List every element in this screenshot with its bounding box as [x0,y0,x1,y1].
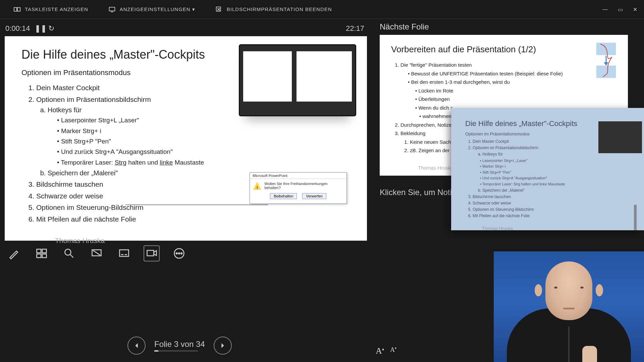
subtitle-icon [118,247,130,259]
grid-icon [36,247,48,259]
slide-counter-text: Folie 3 von 34 [154,340,205,349]
webcam-feed[interactable] [494,251,644,362]
top-command-bar: TASKLEISTE ANZEIGEN ANZEIGEEINSTELLUNGEN… [0,0,644,19]
reset-timer-button[interactable]: ↻ [47,24,55,33]
t: Bei den ersten 1-3 mal durchgehen, wirst… [411,79,509,85]
display-settings-icon [108,6,116,13]
t: Maustaste [173,159,204,166]
window-controls: — ▭ ✕ [602,0,637,19]
previous-slide-button[interactable] [127,337,146,355]
blackout-icon [91,247,103,259]
ellipsis-icon [173,247,185,259]
t: A [390,346,395,353]
presenter-right-pane: Nächste Folie Vorbereiten auf die Präsen… [372,19,644,362]
hotkey-item: Und zurück Strg+A "Ausgangssituation" [57,147,350,157]
pause-timer-button[interactable]: ❚❚ [35,24,43,33]
camera-feed-projection: Die Hilfe deines „Master"-Cockpits Optio… [451,108,644,230]
display-settings-label: ANZEIGEEINSTELLUNGEN ▾ [120,6,195,12]
list-item: Schwarze oder weise [473,200,636,206]
corner-graphic-icon [593,40,619,80]
outline-text: Optionen im Präsentationsbildschirm [36,96,151,103]
taskbar-icon [13,6,21,13]
display-settings-button[interactable]: ANZEIGEEINSTELLUNGEN ▾ [108,6,195,13]
list-item: Optionen im Steuerung-Bildschirm [473,206,636,213]
dialog-keep-button: Beibehalten [270,193,297,199]
hotkey-list: Laserpointer Strg+L „Laser" Marker Strg+… [57,115,350,167]
outline-text: Hotkeys für [48,106,82,114]
minimize-button[interactable]: — [602,6,608,12]
timer-row: 0:00:14 ❚❚ ↻ 22:17 [5,22,372,36]
list-item: Stift Strg+P "Pen" [480,170,636,176]
embedded-dialog: Microsoft PowerPoint ! Wollen Sie Ihre F… [250,172,347,204]
outline-item: Mit Pfeilen auf die nächste Folie [36,214,350,225]
svg-rect-2 [109,7,115,11]
list-item: Marker Strg+ i [480,164,636,170]
close-button[interactable]: ✕ [633,6,637,13]
embedded-screenshot [239,44,356,116]
next-slide-button[interactable] [214,337,232,355]
next-slide-heading: Nächste Folie [380,22,644,32]
current-slide[interactable]: Die Hilfe deines „Master"-Cockpits Optio… [5,36,367,241]
list-item: Laserpointer Strg+L „Laser" [480,158,636,164]
t: Bekleidung [400,130,425,136]
see-all-slides-button[interactable] [34,245,50,261]
end-slideshow-button[interactable]: BILDSCHIRMPRÄSENTATION BEENDEN [215,6,332,13]
t: halten und [126,159,160,166]
list-item: Und zurück Strg+A "Ausgangssituation" [480,175,636,181]
svg-rect-17 [596,66,616,78]
slide-author: Thomas Hruska [55,237,350,245]
progress-bar [154,350,198,352]
svg-rect-6 [37,254,41,258]
list-item: Lücken im Rote [415,86,616,95]
svg-rect-1 [17,7,20,11]
list-item: Bewusst die UNFERTIGE Präsentation teste… [408,69,616,78]
notes-font-controls: A▴ A▾ [376,346,396,356]
slide-navigation: Folie 3 von 34 [127,337,232,355]
camera-button[interactable] [144,245,160,261]
main-area: 0:00:14 ❚❚ ↻ 22:17 Die Hilfe deines „Mas… [0,19,644,362]
presenter-left-pane: 0:00:14 ❚❚ ↻ 22:17 Die Hilfe deines „Mas… [0,19,372,362]
wall-clock: 22:17 [346,24,371,33]
svg-rect-10 [120,250,129,256]
chevron-left-icon [133,342,140,349]
svg-point-14 [178,253,180,254]
hotkey-item: Temporärer Laser: Strg halten und linke … [57,158,350,167]
camera-icon [146,247,158,259]
warning-icon: ! [253,182,261,190]
list-item: Überleitungen [415,95,616,104]
zoom-tool-button[interactable] [61,245,77,261]
overlay-stand [634,205,637,230]
end-show-icon [215,6,223,13]
t: Temporärer Laser: [61,159,115,166]
black-screen-button[interactable] [89,245,105,261]
increase-font-button[interactable]: A▴ [376,346,384,356]
dialog-discard-button: Verwerfen [302,193,326,199]
hotkey-item: Stift Strg+P "Pen" [57,136,350,146]
t: Strg [115,159,126,166]
hotkey-item: Laserpointer Strg+L „Laser" [57,115,350,125]
t: Speichern der „Malerei" [482,188,525,193]
magnifier-icon [63,247,75,259]
svg-point-15 [181,253,182,254]
list-item: Bildschirme tauschen [473,194,636,200]
outline-item: Optionen im Steuerung-Bildschirm [36,202,350,213]
overlay-author: Thomas Hruska [482,226,636,230]
maximize-button[interactable]: ▭ [618,6,623,13]
subtitles-button[interactable] [116,245,132,261]
next-slide-title: Vorbereiten auf die Präsentation (1/2) [391,44,616,55]
slide-counter: Folie 3 von 34 [154,340,205,352]
list-item: Mit Pfeilen auf die nächste Folie [473,213,636,219]
svg-rect-5 [42,249,47,253]
t: linke [160,159,173,166]
pen-tool-button[interactable] [6,245,22,261]
svg-rect-11 [147,250,154,256]
decrease-font-button[interactable]: A▾ [390,346,396,356]
show-taskbar-button[interactable]: TASKLEISTE ANZEIGEN [13,6,88,13]
more-options-button[interactable] [171,245,187,261]
show-taskbar-label: TASKLEISTE ANZEIGEN [25,6,88,12]
t: Hotkeys für [482,152,503,157]
svg-rect-7 [42,254,47,258]
svg-point-13 [176,253,177,254]
list-item: Temporärer Laser: Strg halten und linke … [480,181,636,187]
elapsed-time: 0:00:14 [5,24,30,33]
